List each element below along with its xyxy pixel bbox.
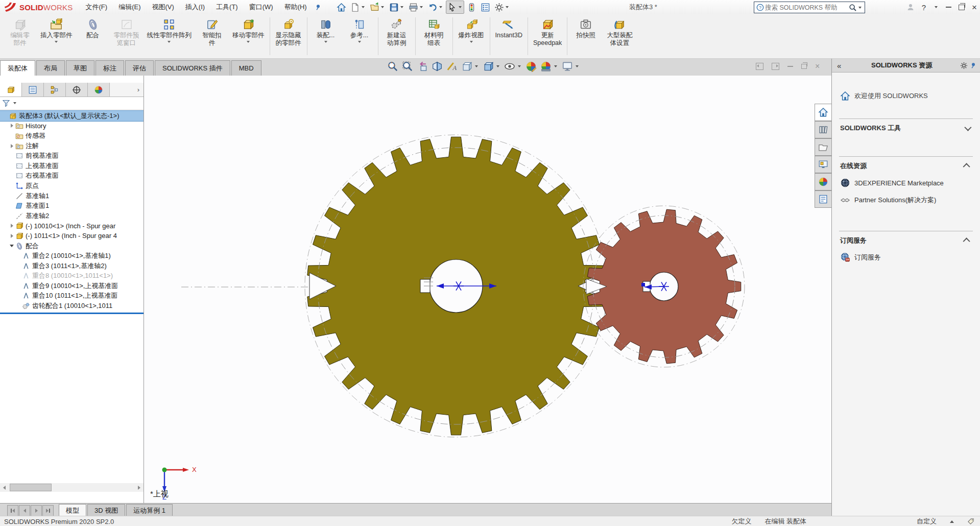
tree-item[interactable]: 重合8 (10010<1>,1011<1>) [0, 271, 144, 281]
filter-caret[interactable] [13, 102, 16, 104]
first-tab-button[interactable] [7, 505, 18, 516]
hide-show-items-button[interactable] [504, 61, 522, 72]
tree-item[interactable]: 基准轴1 [0, 191, 144, 201]
exploded-view-button[interactable]: 爆炸视图 [455, 15, 488, 57]
last-tab-button[interactable] [42, 505, 54, 516]
assembly-features-button[interactable]: 装配... [309, 15, 343, 57]
linear-component-pattern-caret[interactable] [168, 41, 171, 43]
task-pane-tab-design-library[interactable] [815, 121, 831, 138]
tree-item[interactable]: A注解 [0, 141, 144, 151]
scroll-left-button[interactable] [0, 483, 9, 492]
bill-of-materials-button[interactable]: 材料明细表 [417, 15, 451, 57]
expand-icon[interactable] [11, 234, 13, 238]
settings-gear-button[interactable] [493, 1, 511, 14]
split-pane-right-icon[interactable] [772, 63, 779, 70]
viewport-restore-button[interactable] [801, 64, 807, 69]
large-assembly-settings-button[interactable]: 大型装配体设置 [603, 15, 636, 57]
restore-button[interactable] [959, 5, 965, 10]
close-button[interactable]: × [972, 3, 977, 12]
previous-tab-button[interactable] [19, 505, 30, 516]
insert-component-caret[interactable] [55, 41, 58, 43]
update-speedpak-button[interactable]: 更新Speedpak [530, 15, 565, 57]
exploded-view-caret[interactable] [470, 41, 473, 43]
section-header[interactable]: 订阅服务 [840, 236, 972, 245]
panel-tab-property-manager[interactable] [22, 83, 44, 97]
graphics-area[interactable]: XZ *上视 [144, 76, 831, 503]
task-pane-tab-view-palette[interactable] [815, 156, 831, 173]
menu-item-3[interactable]: 插入(I) [180, 0, 210, 14]
edit-appearance-button[interactable] [525, 61, 537, 72]
ribbon-tab-6[interactable]: MBD [231, 60, 261, 76]
save-document-button[interactable] [388, 1, 406, 14]
apply-scene-caret[interactable] [554, 65, 557, 67]
chevron-up-icon[interactable] [963, 237, 970, 245]
search-input[interactable] [764, 4, 849, 12]
panel-tab-display-manager[interactable] [88, 83, 110, 97]
task-pane-tab-appearances[interactable] [815, 173, 831, 190]
document-tab-0[interactable]: 模型 [59, 504, 86, 516]
rollback-bar[interactable] [0, 313, 144, 314]
view-orientation-caret[interactable] [475, 65, 478, 67]
expand-icon[interactable] [11, 124, 13, 128]
tree-root-assembly[interactable]: 装配体3 (默认<默认_显示状态-1>) [0, 111, 144, 121]
new-motion-study-button[interactable]: 新建运动算例 [380, 15, 414, 57]
tree-item[interactable]: 重合3 (1011<1>,基准轴2) [0, 261, 144, 271]
menu-item-2[interactable]: 视图(V) [146, 0, 179, 14]
ribbon-tab-1[interactable]: 布局 [36, 60, 65, 76]
collapse-icon[interactable] [10, 245, 14, 247]
task-pane-collapse-icon[interactable]: « [835, 61, 843, 70]
menu-item-1[interactable]: 编辑(E) [113, 0, 146, 14]
tree-item[interactable]: 重合10 (1011<1>,上视基准面 [0, 291, 144, 301]
document-tab-1[interactable]: 3D 视图 [87, 504, 125, 516]
tree-item[interactable]: 齿轮配合1 (10010<1>,1011 [0, 301, 144, 311]
section-header[interactable]: 在线资源 [840, 161, 972, 171]
tree-item[interactable]: 重合2 (10010<1>,基准轴1) [0, 251, 144, 261]
show-hidden-components-button[interactable]: 显示隐藏的零部件 [272, 15, 305, 57]
instant3d-button[interactable]: Instant3D [492, 15, 527, 57]
chevron-up-icon[interactable] [963, 163, 970, 170]
search-icon[interactable] [849, 4, 857, 12]
save-document-caret[interactable] [400, 6, 403, 8]
tree-item[interactable]: (-) 10010<1> (Inch - Spur gear [0, 221, 144, 231]
tree-item[interactable]: 前视基准面 [0, 151, 144, 161]
task-pane-settings-icon[interactable] [960, 62, 968, 69]
view-orientation-button[interactable] [461, 61, 479, 72]
chevron-down-icon[interactable] [964, 124, 971, 131]
welcome-to-solidworks-link[interactable]: 欢迎使用 SOLIDWORKS [840, 91, 973, 101]
minimize-button[interactable] [946, 7, 951, 8]
custom-units-selector[interactable]: 自定义 [917, 517, 937, 526]
tree-item[interactable]: 重合9 (10010<1>,上视基准面 [0, 281, 144, 291]
open-document-caret[interactable] [381, 6, 384, 8]
linear-component-pattern-button[interactable]: 线性零部件阵列 [144, 15, 196, 57]
document-tab-2[interactable]: 运动算例 1 [126, 504, 173, 516]
next-tab-button[interactable] [31, 505, 42, 516]
take-snapshot-button[interactable]: 拍快照 [569, 15, 603, 57]
rebuild-button[interactable] [465, 1, 478, 14]
undo-button[interactable] [426, 1, 445, 14]
units-caret[interactable] [950, 520, 954, 523]
expand-icon[interactable] [11, 224, 13, 228]
apply-scene-button[interactable] [540, 61, 558, 72]
tree-item[interactable]: 原点 [0, 181, 144, 191]
tag-icon[interactable] [967, 518, 975, 525]
previous-view-button[interactable] [417, 61, 428, 72]
menu-item-4[interactable]: 工具(T) [210, 0, 244, 14]
panel-tab-feature-manager[interactable] [0, 83, 22, 97]
section-view-button[interactable] [432, 61, 443, 72]
task-pane-link[interactable]: Partner Solutions(解决方案) [840, 195, 972, 205]
view-settings-button[interactable] [562, 61, 580, 72]
tree-item[interactable]: 配合 [0, 241, 144, 251]
print-document-button[interactable] [407, 1, 425, 14]
tree-item[interactable]: 上视基准面 [0, 161, 144, 171]
ribbon-tab-2[interactable]: 草图 [66, 60, 94, 76]
tree-item[interactable]: (-) 1011<1> (Inch - Spur gear 4 [0, 231, 144, 241]
user-account-icon[interactable] [906, 3, 915, 11]
ribbon-tab-4[interactable]: 评估 [125, 60, 154, 76]
gear-assembly-canvas[interactable]: XZ [144, 76, 831, 503]
filter-funnel-icon[interactable] [2, 99, 10, 107]
scroll-right-button[interactable] [135, 483, 144, 492]
new-document-caret[interactable] [362, 6, 365, 8]
reference-geometry-caret[interactable] [358, 41, 361, 43]
view-settings-caret[interactable] [576, 65, 579, 67]
assembly-features-caret[interactable] [324, 41, 327, 43]
